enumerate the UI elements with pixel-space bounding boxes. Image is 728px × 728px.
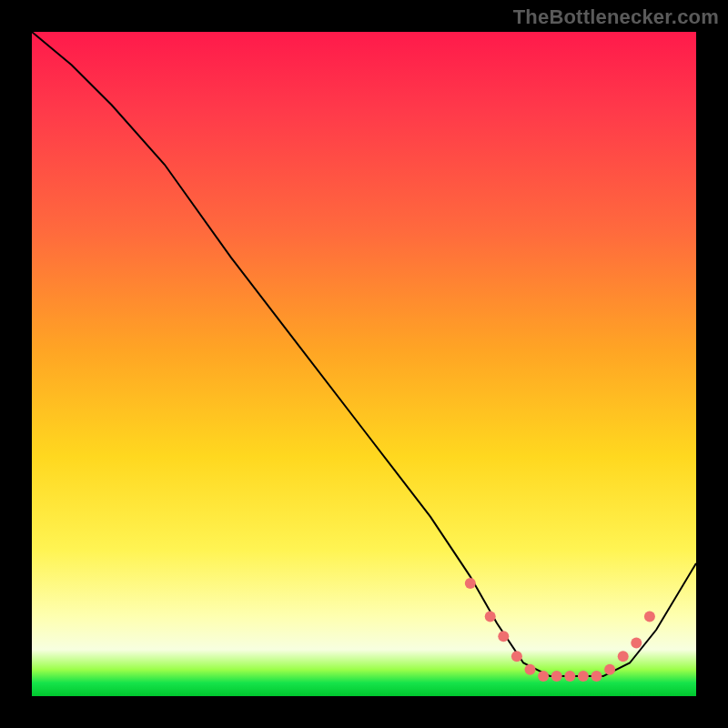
marker-dot [644,611,655,622]
marker-dot [631,638,642,649]
marker-dot [564,671,575,682]
plot-area [32,32,696,696]
marker-dot [511,651,522,662]
marker-dot [525,664,536,675]
marker-dot [578,671,589,682]
marker-dot [485,611,496,622]
marker-dot [551,671,562,682]
chart-frame: TheBottlenecker.com [0,0,728,728]
watermark-text: TheBottlenecker.com [513,5,719,29]
curve-svg [32,32,696,696]
optimal-markers [465,578,655,682]
marker-dot [604,664,615,675]
bottleneck-curve [32,32,696,676]
marker-dot [538,671,549,682]
marker-dot [618,651,629,662]
marker-dot [465,578,476,589]
marker-dot [498,631,509,642]
marker-dot [592,671,602,682]
